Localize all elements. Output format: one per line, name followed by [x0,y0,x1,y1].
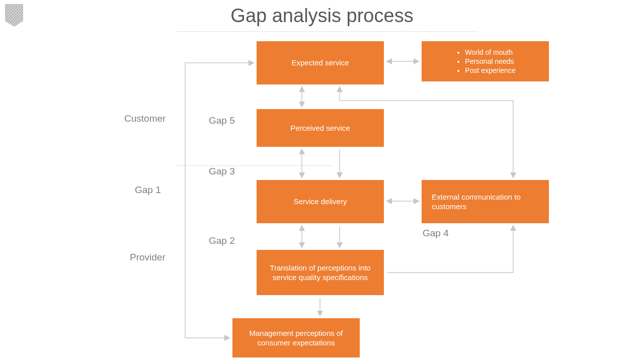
box-management: Management perceptions of consumer expec… [232,318,360,357]
label-gap2: Gap 2 [209,235,235,246]
box-expected: Expected service [257,41,384,84]
page-title: Gap analysis process [0,5,644,27]
bullet-1: World of mouth [465,48,515,57]
divider-mid [176,165,332,166]
box-management-text: Management perceptions of consumer expec… [238,328,354,348]
box-bullets: World of mouth Personal needs Post exper… [422,41,549,81]
divider-top [176,31,478,32]
box-perceived: Perceived service [257,109,384,147]
label-gap3: Gap 3 [209,166,235,177]
label-gap1: Gap 1 [135,185,161,196]
box-perceived-text: Perceived service [290,123,350,133]
bullets-list: World of mouth Personal needs Post exper… [455,48,515,75]
label-gap5: Gap 5 [209,115,235,126]
box-translation-text: Translation of perceptions into service … [263,263,378,283]
box-translation: Translation of perceptions into service … [257,250,384,295]
label-provider: Provider [130,252,166,263]
label-gap4: Gap 4 [423,228,449,239]
bullet-2: Personal needs [465,57,515,66]
box-delivery-text: Service delivery [294,197,347,207]
box-delivery: Service delivery [257,180,384,223]
bullet-3: Post experience [465,66,515,75]
label-customer: Customer [124,113,166,124]
box-expected-text: Expected service [291,58,349,68]
box-external-text: External communication to customers [432,192,543,212]
box-external: External communication to customers [422,180,549,223]
